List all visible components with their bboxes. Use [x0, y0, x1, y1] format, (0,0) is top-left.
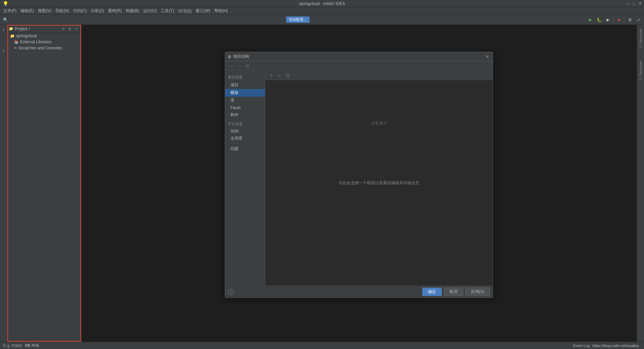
menu-window[interactable]: 窗口(W): [194, 7, 212, 14]
project-panel-title: Project: [15, 27, 27, 31]
content-area: ⊞ 项目结构 ✕ ← → ⊡ 项目设置 项目: [81, 25, 637, 342]
nav-item-module[interactable]: 模块: [225, 89, 265, 97]
menu-navigate[interactable]: 导航(N): [53, 7, 71, 14]
toolbar-debug-icon[interactable]: 🐛: [595, 16, 603, 24]
external-libraries-label: External Libraries: [20, 40, 51, 44]
event-log-label: Event Log: [573, 344, 590, 348]
title-bar-left: 💡: [0, 1, 8, 6]
help-button[interactable]: ?: [228, 289, 234, 295]
nav-item-facet[interactable]: Facet: [225, 104, 265, 111]
tree-item-scratches[interactable]: ✏ Scratches and Consoles: [7, 45, 81, 51]
nav-item-global-library[interactable]: 全局库: [225, 135, 265, 142]
menu-file[interactable]: 文件(F): [1, 7, 18, 14]
platform-settings-header: 平台设置: [225, 119, 265, 128]
tree-item-springcloud[interactable]: 📁 springcloud: [7, 33, 81, 39]
nav-item-problems[interactable]: 问题: [225, 145, 265, 153]
nav-item-library[interactable]: 库: [225, 97, 265, 104]
app-icon: 💡: [3, 1, 8, 6]
event-log-button[interactable]: Event Log: [573, 344, 590, 348]
dialog-back-button[interactable]: ←: [228, 63, 234, 69]
dialog-close-button[interactable]: ✕: [485, 54, 490, 59]
apply-button[interactable]: 应用(A): [465, 288, 490, 296]
minimize-button[interactable]: ─: [625, 1, 631, 6]
terminal-icon: ⌨: [25, 343, 30, 348]
toolbar-stop-icon[interactable]: ■: [615, 16, 623, 24]
menu-help[interactable]: 帮助(H): [212, 7, 230, 14]
dialog-title: ⊞ 项目结构: [228, 54, 249, 59]
menu-code[interactable]: 代码(C): [71, 7, 89, 14]
dialog-overlay: ⊞ 项目结构 ✕ ← → ⊡ 项目设置 项目: [81, 25, 637, 342]
project-title-area: 📁 Project ▾: [9, 27, 30, 31]
toolbar: 🔍 添加配置... ▶ 🐛 ▶ ■ ⊞ ⤢: [0, 15, 644, 25]
cancel-button[interactable]: 取消: [444, 288, 463, 296]
springcloud-folder-icon: 📁: [10, 34, 15, 38]
terminal-button[interactable]: ⌨ 终端: [25, 343, 39, 348]
dialog-title-bar: ⊞ 项目结构 ✕: [225, 52, 493, 61]
dialog-title-text: 项目结构: [233, 54, 249, 59]
todo-button[interactable]: ☑ g: TODO: [3, 343, 22, 348]
springcloud-label: springcloud: [16, 34, 37, 38]
project-panel-wrapper: 📁 Project ▾ ⚙ ⊞ ✕ 📁 springcloud 📚 Exter: [7, 25, 81, 342]
menu-build[interactable]: 构建(B): [124, 7, 141, 14]
project-settings-header: 项目设置: [225, 73, 265, 81]
module-remove-button[interactable]: ─: [276, 72, 283, 79]
dialog-left-nav: 项目设置 项目 模块 库 Facet 构件 平台设置 SDK 全局库 问题: [225, 71, 265, 286]
module-copy-button[interactable]: ⊡: [284, 72, 291, 79]
close-button[interactable]: ✕: [637, 1, 643, 6]
side-tab-structure[interactable]: 2: [0, 47, 7, 54]
menu-run[interactable]: 运行(U): [141, 7, 159, 14]
menu-analyze[interactable]: 分析(Z): [89, 7, 106, 14]
add-config-button[interactable]: 添加配置...: [286, 16, 309, 23]
tree-item-external-libraries[interactable]: 📚 External Libraries: [7, 39, 81, 45]
dialog-copy-button[interactable]: ⊡: [244, 63, 251, 69]
dialog-right: + ─ ⊡ 没有显示 在此处选择一个模块以查看或编辑其详细信息: [265, 71, 493, 286]
right-tab-structure[interactable]: 2: Structure: [638, 26, 643, 51]
module-add-button[interactable]: +: [268, 72, 275, 79]
todo-label: g: TODO: [7, 344, 22, 348]
maximize-button[interactable]: □: [631, 1, 637, 6]
toolbar-expand-icon[interactable]: ⤢: [635, 16, 643, 24]
dialog-toolbar: ← → ⊡: [225, 61, 493, 71]
right-tabs: 2: Structure 2: Favorites: [637, 25, 644, 342]
toolbar-run-icon[interactable]: ▶: [586, 16, 594, 24]
scratches-label: Scratches and Consoles: [18, 46, 62, 50]
menu-view[interactable]: 视图(V): [36, 7, 53, 14]
url-text: https://blog.csdn.net/xiuaiba...: [592, 344, 641, 348]
toolbar-external-icon[interactable]: ⊞: [626, 16, 634, 24]
menu-tools[interactable]: 工具(T): [159, 7, 176, 14]
no-display-text: 没有显示: [371, 120, 387, 126]
menu-edit[interactable]: 编辑(E): [18, 7, 36, 14]
todo-icon: ☑: [3, 343, 6, 348]
dialog-forward-button[interactable]: →: [236, 63, 243, 69]
toolbar-sep1: [613, 16, 613, 23]
project-panel: 📁 Project ▾ ⚙ ⊞ ✕ 📁 springcloud 📚 Exter: [7, 25, 81, 51]
side-tab-project[interactable]: 1: [0, 26, 7, 34]
panel-close-icon[interactable]: ✕: [73, 26, 79, 32]
confirm-button[interactable]: 确定: [422, 288, 442, 296]
toolbar-sep2: [624, 16, 625, 23]
main-layout: 1 2 📁 Project ▾ ⚙ ⊞ ✕ 📁 spri: [0, 25, 644, 342]
toolbar-search-icon[interactable]: 🔍: [1, 16, 9, 24]
dialog-title-icon: ⊞: [228, 54, 231, 59]
footer-left: ?: [228, 289, 234, 295]
menu-refactor[interactable]: 重构(R): [106, 7, 124, 14]
bottom-bar: ☑ g: TODO ⌨ 终端 Event Log https://blog.cs…: [0, 342, 644, 349]
panel-expand-icon[interactable]: ⊞: [67, 26, 73, 32]
right-tab-favorites[interactable]: 2: Favorites: [638, 58, 643, 83]
nav-item-artifact[interactable]: 构件: [225, 111, 265, 119]
project-dropdown-icon[interactable]: ▾: [29, 27, 30, 31]
external-libraries-icon: 📚: [14, 40, 19, 44]
nav-item-project[interactable]: 项目: [225, 81, 265, 89]
project-tree: 📁 springcloud 📚 External Libraries ✏ Scr…: [7, 33, 81, 51]
module-content: 没有显示 在此处选择一个模块以查看或编辑其详细信息: [265, 80, 493, 286]
title-bar-controls: ─ □ ✕: [625, 1, 644, 6]
nav-item-sdk[interactable]: SDK: [225, 128, 265, 135]
panel-settings-icon[interactable]: ⚙: [60, 26, 66, 32]
dialog-footer: ? 确定 取消 应用(A): [225, 286, 493, 298]
project-panel-header: 📁 Project ▾ ⚙ ⊞ ✕: [7, 25, 81, 33]
footer-right: 确定 取消 应用(A): [422, 288, 490, 296]
menu-bar: 文件(F) 编辑(E) 视图(V) 导航(N) 代码(C) 分析(Z) 重构(R…: [0, 7, 644, 15]
toolbar-coverage-icon[interactable]: ▶: [604, 16, 612, 24]
select-module-hint: 在此处选择一个模块以查看或编辑其详细信息: [339, 180, 419, 186]
menu-vcs[interactable]: VCS(S): [176, 8, 194, 14]
